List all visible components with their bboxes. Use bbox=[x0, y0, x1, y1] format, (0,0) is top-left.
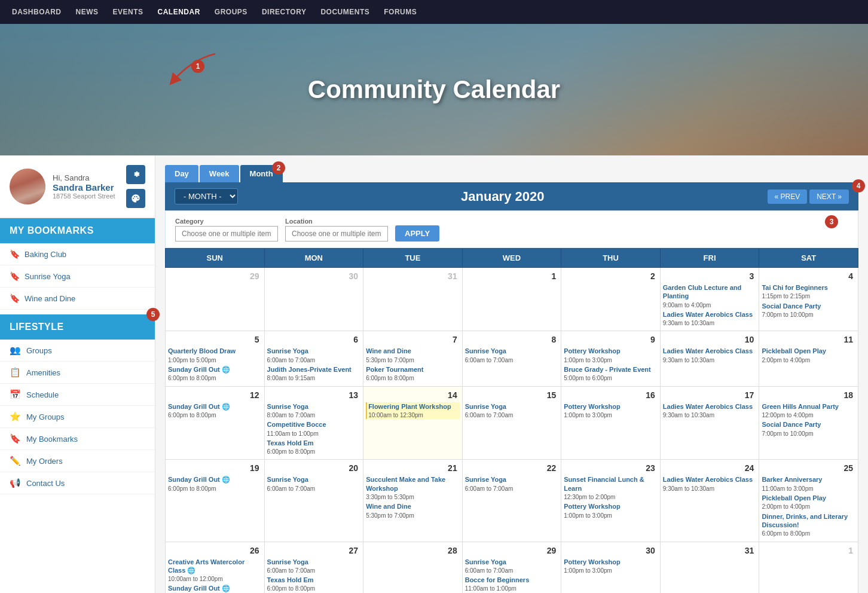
lifestyle-item-my-groups[interactable]: ⭐My Groups bbox=[0, 406, 155, 428]
calendar-event[interactable]: Ladies Water Aerobics Class9:30am to 10:… bbox=[663, 475, 757, 493]
calendar-event[interactable]: Dinner, Drinks, and Literary Discussion!… bbox=[762, 512, 855, 538]
calendar-event[interactable]: Sunrise Yoga6:00am to 7:00am bbox=[465, 475, 559, 493]
calendar-event[interactable]: Sunrise Yoga8:00am to 7:00am bbox=[267, 402, 361, 420]
settings-button[interactable] bbox=[126, 165, 145, 184]
nav-item-news[interactable]: NEWS bbox=[76, 8, 99, 16]
next-button[interactable]: NEXT » bbox=[809, 189, 849, 204]
calendar-event[interactable]: Sunrise Yoga6:00am to 7:00am bbox=[267, 558, 361, 575]
nav-item-dashboard[interactable]: DASHBOARD bbox=[12, 8, 62, 16]
location-input[interactable] bbox=[285, 226, 388, 242]
calendar-event[interactable]: Barker Anniversary11:00am to 3:00pm bbox=[762, 475, 855, 493]
calendar-event[interactable]: Sunday Grill Out 🌐6:00pm to 8:00pm bbox=[168, 402, 262, 420]
day-number: 30 bbox=[267, 270, 361, 282]
nav-item-calendar[interactable]: CALENDAR bbox=[158, 8, 200, 16]
day-number: 19 bbox=[168, 462, 262, 474]
nav-item-forums[interactable]: FORUMS bbox=[384, 8, 417, 16]
calendar-week-row: 19Sunday Grill Out 🌐6:00pm to 8:00pm20Su… bbox=[166, 460, 858, 542]
lifestyle-item-my-bookmarks[interactable]: 🔖My Bookmarks bbox=[0, 428, 155, 450]
user-name: Sandra Barker bbox=[53, 182, 119, 192]
lifestyle-icon: 🔖 bbox=[10, 433, 20, 444]
calendar-event[interactable]: Sunset Financial Lunch & Learn12:30pm to… bbox=[564, 475, 658, 501]
calendar-grid: SUNMONTUEWEDTHUFRISAT293031123Garden Clu… bbox=[165, 248, 858, 593]
calendar-tabs: DayWeekMonth bbox=[165, 165, 858, 182]
lifestyle-section: LIFESTYLE 👥Groups📋Amenities📅Schedule⭐My … bbox=[0, 314, 155, 494]
palette-button[interactable] bbox=[126, 189, 145, 208]
calendar-event[interactable]: Sunday Grill Out 🌐6:00pm to 8:00pm bbox=[168, 475, 262, 493]
calendar-event[interactable]: Texas Hold Em6:00pm to 8:00pm bbox=[267, 439, 361, 456]
calendar-event[interactable]: Succulent Make and Take Workshop3:30pm t… bbox=[366, 475, 460, 501]
calendar-event[interactable]: Tai Chi for Beginners1:15pm to 2:15pm bbox=[762, 283, 855, 301]
calendar-event[interactable]: Pickleball Open Play2:00pm to 4:00pm bbox=[762, 494, 855, 511]
category-input[interactable] bbox=[175, 226, 278, 242]
calendar-event[interactable]: Ladies Water Aerobics Class9:30am to 10:… bbox=[663, 347, 757, 364]
user-action-icons bbox=[126, 165, 145, 208]
nav-item-directory[interactable]: DIRECTORY bbox=[262, 8, 307, 16]
calendar-event[interactable]: Pottery Workshop1:00pm to 3:00pm bbox=[564, 347, 658, 364]
calendar-event[interactable]: Bocce for Beginners11:00am to 1:00pm bbox=[465, 576, 559, 593]
nav-item-groups[interactable]: GROUPS bbox=[215, 8, 247, 16]
day-number: 12 bbox=[168, 389, 262, 401]
lifestyle-item-amenities[interactable]: 📋Amenities bbox=[0, 362, 155, 384]
badge-3: 3 bbox=[825, 215, 838, 228]
month-select[interactable]: - MONTH - bbox=[175, 188, 238, 204]
calendar-event[interactable]: Sunrise Yoga6:00am to 7:00am bbox=[267, 475, 361, 493]
calendar-event[interactable]: Poker Tournament6:00pm to 8:00pm bbox=[366, 365, 460, 383]
calendar-cell: 1 bbox=[462, 268, 561, 331]
nav-item-documents[interactable]: DOCUMENTS bbox=[320, 8, 369, 16]
badge-4: 4 bbox=[852, 179, 865, 192]
calendar-event[interactable]: Sunday Grill Out 🌐6:00pm to 8:00pm bbox=[168, 584, 262, 593]
calendar-event[interactable]: Bruce Grady - Private Event5:00pm to 6:0… bbox=[564, 365, 658, 383]
calendar-event[interactable]: Green Hills Annual Party12:00pm to 4:00p… bbox=[762, 402, 855, 420]
calendar-event[interactable]: Pottery Workshop1:00pm to 3:00pm bbox=[564, 402, 658, 420]
lifestyle-label: My Bookmarks bbox=[26, 435, 78, 444]
day-number: 10 bbox=[663, 334, 757, 346]
calendar-event[interactable]: Pottery Workshop1:00pm to 3:00pm bbox=[564, 558, 658, 575]
calendar-event[interactable]: Competitive Bocce11:00am to 1:00pm bbox=[267, 420, 361, 438]
calendar-event[interactable]: Texas Hold Em6:00pm to 8:00pm bbox=[267, 576, 361, 593]
calendar-event[interactable]: Sunrise Yoga6:00am to 7:00am bbox=[465, 347, 559, 364]
lifestyle-item-contact-us[interactable]: 📢Contact Us bbox=[0, 472, 155, 494]
day-number: 11 bbox=[762, 334, 855, 346]
calendar-event[interactable]: Ladies Water Aerobics Class9:30am to 10:… bbox=[663, 310, 757, 328]
day-number: 29 bbox=[168, 270, 262, 282]
calendar-event[interactable]: Pottery Workshop1:00pm to 3:00pm bbox=[564, 502, 658, 519]
day-header-sun: SUN bbox=[166, 249, 265, 268]
calendar-cell: 22Sunrise Yoga6:00am to 7:00am bbox=[462, 460, 561, 542]
day-number: 31 bbox=[366, 270, 460, 282]
calendar-cell: 17Ladies Water Aerobics Class9:30am to 1… bbox=[660, 386, 759, 460]
day-number: 26 bbox=[168, 545, 262, 557]
calendar-event[interactable]: Quarterly Blood Draw1:00pm to 5:00pm bbox=[168, 347, 262, 364]
lifestyle-item-my-orders[interactable]: ✏️My Orders bbox=[0, 450, 155, 472]
nav-item-events[interactable]: EVENTS bbox=[113, 8, 143, 16]
calendar-event[interactable]: Ladies Water Aerobics Class9:30am to 10:… bbox=[663, 402, 757, 420]
lifestyle-item-groups[interactable]: 👥Groups bbox=[0, 340, 155, 362]
calendar-event[interactable]: Sunday Grill Out 🌐6:00pm to 8:00pm bbox=[168, 365, 262, 383]
calendar-event[interactable]: Sunrise Yoga6:00am to 7:00am bbox=[267, 347, 361, 364]
apply-button[interactable]: APPLY bbox=[395, 225, 439, 242]
calendar-cell: 7Wine and Dine5:30pm to 7:00pmPoker Tour… bbox=[363, 331, 463, 386]
calendar-event[interactable]: Social Dance Party7:00pm to 10:00pm bbox=[762, 420, 855, 438]
bookmark-item[interactable]: 🔖Sunrise Yoga bbox=[0, 265, 155, 288]
calendar-filters: Category Location APPLY bbox=[165, 210, 858, 248]
calendar-cell: 21Succulent Make and Take Workshop3:30pm… bbox=[363, 460, 463, 542]
lifestyle-item-schedule[interactable]: 📅Schedule bbox=[0, 384, 155, 406]
calendar-event[interactable]: Garden Club Lecture and Planting9:00am t… bbox=[663, 283, 757, 309]
prev-button[interactable]: « PREV bbox=[768, 189, 808, 204]
calendar-event[interactable]: Creative Arts Watercolor Class 🌐10:00am … bbox=[168, 558, 262, 583]
day-header-fri: FRI bbox=[660, 249, 759, 268]
calendar-event[interactable]: Wine and Dine5:30pm to 7:00pm bbox=[366, 347, 460, 364]
calendar-event[interactable]: Sunrise Yoga6:00am to 7:00am bbox=[465, 558, 559, 575]
calendar-cell: 26Creative Arts Watercolor Class 🌐10:00a… bbox=[166, 542, 265, 593]
bookmark-item[interactable]: 🔖Wine and Dine bbox=[0, 288, 155, 310]
tab-day[interactable]: Day bbox=[165, 165, 198, 182]
sidebar: Hi, Sandra Sandra Barker 18758 Seaport S… bbox=[0, 155, 155, 593]
calendar-event[interactable]: Pickleball Open Play2:00pm to 4:00pm bbox=[762, 347, 855, 364]
calendar-event[interactable]: Wine and Dine5:30pm to 7:00pm bbox=[366, 502, 460, 519]
calendar-cell: 28 bbox=[363, 542, 463, 593]
calendar-event[interactable]: Judith Jones-Private Event8:00am to 9:15… bbox=[267, 365, 361, 383]
tab-week[interactable]: Week bbox=[200, 165, 239, 182]
calendar-event[interactable]: Flowering Plant Workshop10:00am to 12:30… bbox=[366, 402, 460, 420]
bookmark-item[interactable]: 🔖Baking Club bbox=[0, 243, 155, 265]
calendar-event[interactable]: Social Dance Party7:00pm to 10:00pm bbox=[762, 302, 855, 319]
calendar-event[interactable]: Sunrise Yoga6:00am to 7:00am bbox=[465, 402, 559, 420]
